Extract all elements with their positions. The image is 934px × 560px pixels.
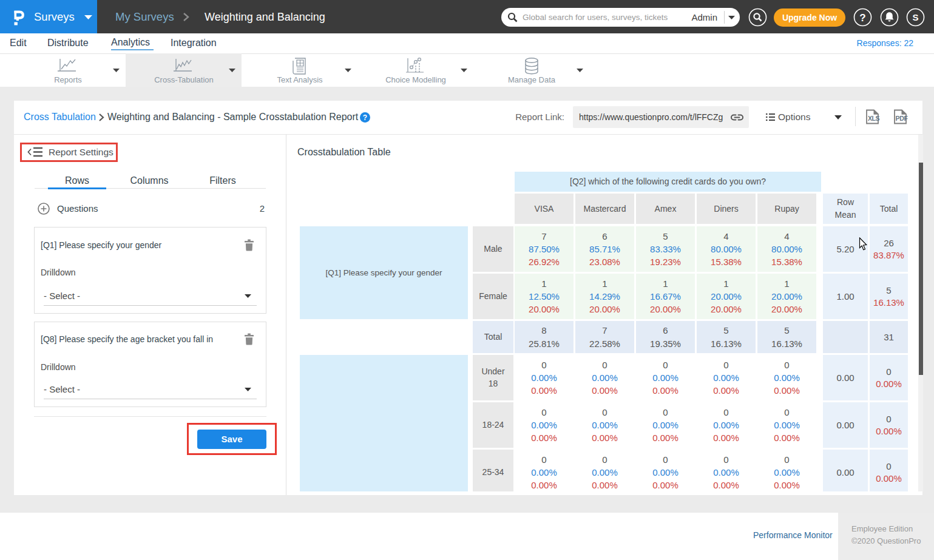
svg-text:S: S (912, 12, 918, 22)
svg-text:?: ? (363, 113, 367, 122)
svg-text:PDF: PDF (896, 115, 909, 122)
svg-text:?: ? (859, 12, 865, 24)
svg-text:XLS: XLS (868, 115, 880, 122)
